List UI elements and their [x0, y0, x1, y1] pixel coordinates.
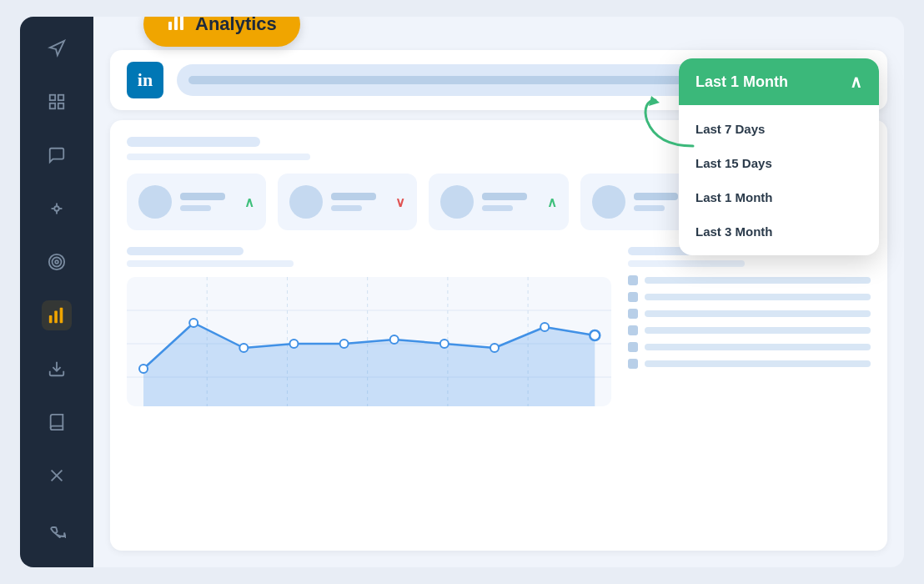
svg-rect-19 — [168, 22, 172, 30]
stat-avatar-2 — [289, 185, 323, 219]
stat-line-4a — [634, 193, 679, 200]
svg-rect-2 — [58, 95, 63, 100]
list-dot-4 — [628, 325, 638, 335]
svg-point-39 — [490, 344, 499, 352]
main-area: Analytics in ∨ — [93, 17, 904, 567]
list-line-5 — [645, 344, 871, 350]
network-icon[interactable] — [42, 194, 72, 224]
list-item — [628, 325, 871, 335]
chart-subheader — [127, 260, 294, 267]
list-items — [628, 275, 871, 369]
dropdown-chevron-up-icon: ∧ — [850, 72, 862, 92]
stat-line-1b — [180, 205, 211, 211]
svg-point-35 — [289, 340, 298, 348]
stat-lines-3 — [482, 193, 538, 211]
svg-point-5 — [54, 206, 59, 211]
chart-section — [127, 247, 611, 430]
list-item — [628, 292, 871, 302]
app-container: Analytics in ∨ — [20, 17, 904, 567]
svg-point-36 — [340, 340, 349, 348]
chat-icon[interactable] — [42, 140, 72, 170]
list-dot-5 — [628, 342, 638, 352]
dropdown-header[interactable]: Last 1 Month ∧ — [679, 58, 879, 105]
list-section — [628, 247, 871, 430]
dashboard-icon[interactable] — [42, 87, 72, 117]
svg-marker-0 — [50, 41, 64, 55]
date-range-dropdown-popup[interactable]: Last 1 Month ∧ Last 7 Days Last 15 Days … — [679, 58, 879, 255]
list-line-3 — [645, 310, 871, 317]
option-last-7-days[interactable]: Last 7 Days — [679, 112, 879, 146]
bottom-section — [127, 247, 871, 430]
stat-trend-1: ∧ — [244, 194, 254, 210]
analytics-icon[interactable] — [42, 300, 72, 330]
analytics-label: Analytics — [195, 17, 277, 35]
list-subheader — [628, 260, 745, 267]
download-icon[interactable] — [42, 354, 72, 384]
list-item — [628, 275, 871, 285]
stats-section-subheader — [127, 154, 310, 160]
stat-card-1: ∧ — [127, 174, 266, 230]
svg-point-40 — [540, 323, 549, 331]
svg-point-32 — [139, 365, 148, 373]
support-icon[interactable] — [42, 514, 72, 544]
search-placeholder-line — [188, 76, 682, 84]
stat-card-2: ∨ — [278, 174, 417, 230]
search-bar[interactable] — [177, 64, 724, 96]
target-icon[interactable] — [42, 247, 72, 277]
line-chart — [127, 277, 611, 406]
svg-point-38 — [440, 340, 449, 348]
list-line-2 — [645, 294, 871, 300]
svg-point-33 — [189, 319, 198, 327]
stat-line-2a — [331, 193, 376, 200]
option-last-15-days[interactable]: Last 15 Days — [679, 146, 879, 180]
sidebar — [20, 17, 93, 567]
svg-rect-20 — [174, 17, 178, 30]
option-last-1-month[interactable]: Last 1 Month — [679, 180, 879, 214]
settings-icon[interactable] — [42, 461, 72, 491]
stat-trend-2: ∨ — [395, 194, 405, 210]
list-dot-3 — [628, 309, 638, 319]
curved-arrow — [630, 96, 697, 154]
stats-section-header — [127, 137, 260, 147]
svg-rect-15 — [60, 308, 63, 323]
list-line-1 — [645, 277, 871, 284]
dropdown-selected-label: Last 1 Month — [696, 73, 788, 91]
stat-lines-1 — [180, 193, 236, 211]
chart-header — [127, 247, 244, 255]
svg-rect-21 — [180, 17, 183, 30]
stat-trend-3: ∧ — [547, 194, 557, 210]
list-item — [628, 342, 871, 352]
svg-marker-42 — [649, 96, 660, 106]
stat-line-3a — [482, 193, 527, 200]
list-dot-6 — [628, 359, 638, 369]
list-item — [628, 309, 871, 319]
nav-icon[interactable] — [42, 33, 72, 63]
chart-area — [127, 277, 611, 406]
svg-point-37 — [390, 335, 399, 344]
badge-chart-icon — [167, 17, 187, 37]
list-line-6 — [645, 360, 871, 367]
svg-rect-13 — [49, 315, 53, 323]
svg-rect-3 — [50, 103, 55, 108]
svg-point-11 — [53, 258, 62, 267]
svg-rect-14 — [54, 311, 58, 324]
svg-point-41 — [590, 330, 600, 340]
stat-line-1a — [180, 193, 225, 200]
linkedin-logo: in — [127, 62, 163, 98]
option-last-3-month[interactable]: Last 3 Month — [679, 214, 879, 249]
stat-avatar-4 — [592, 185, 625, 219]
stat-line-4b — [634, 205, 665, 211]
stat-lines-2 — [331, 193, 387, 211]
stat-line-2b — [331, 205, 362, 211]
stat-avatar-1 — [138, 185, 172, 219]
list-dot-1 — [628, 275, 638, 285]
svg-point-12 — [55, 260, 58, 264]
dropdown-options-list: Last 7 Days Last 15 Days Last 1 Month La… — [679, 105, 879, 255]
analytics-badge: Analytics — [143, 17, 300, 47]
library-icon[interactable] — [42, 407, 72, 437]
stat-card-3: ∧ — [429, 174, 568, 230]
svg-rect-4 — [58, 103, 63, 108]
list-dot-2 — [628, 292, 638, 302]
stat-line-3b — [482, 205, 513, 211]
svg-point-34 — [239, 344, 248, 352]
